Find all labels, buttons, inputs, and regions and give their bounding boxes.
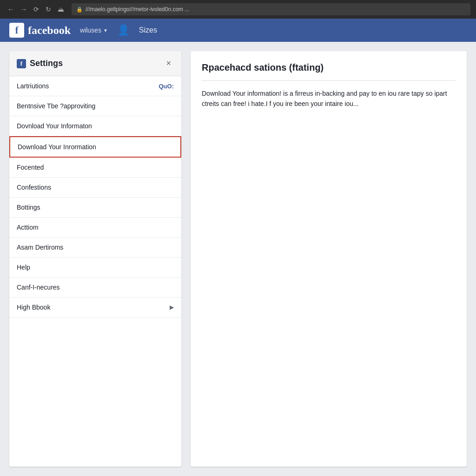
menu-item-acttiom[interactable]: Acttiom	[9, 218, 181, 238]
menu-item-arrow: ▶	[170, 304, 174, 311]
menu-item-help[interactable]: Help	[9, 258, 181, 278]
menu-item-label: Acttiom	[17, 224, 39, 231]
menu-item-high-bbook[interactable]: High Bbook ▶	[9, 298, 181, 317]
menu-item-label: Dovnload Your Informaton	[17, 122, 92, 130]
settings-title-area: f Settings	[17, 59, 63, 68]
fb-logo-icon: f	[9, 23, 24, 38]
menu-item-dovnload[interactable]: Dovnload Your Informaton	[9, 116, 181, 136]
menu-item-focented[interactable]: Focented	[9, 158, 181, 178]
menu-item-label: Download Your Inrormation	[18, 143, 96, 151]
address-text: ///maelo.geltpingo///metor-ivoled0n.com …	[86, 6, 189, 13]
settings-header: f Settings ×	[9, 51, 181, 76]
menu-item-label: High Bbook	[17, 304, 50, 311]
content-body: Download Your information! is a firreus …	[202, 88, 456, 109]
settings-fb-icon: f	[17, 59, 26, 68]
menu-item-badge: QuO:	[159, 83, 174, 90]
menu-item-label: Bentnsive Tbe ?approviting	[17, 102, 95, 110]
browser-nav-buttons: ← → ⟳ ↻ ⛰	[6, 5, 66, 14]
menu-item-label: Lartriutions	[17, 82, 49, 90]
main-content: f Settings × Lartriutions QuO: Bentnsive…	[0, 42, 476, 476]
menu-item-label: Bottings	[17, 204, 40, 211]
address-bar[interactable]: 🔒 ///maelo.geltpingo///metor-ivoled0n.co…	[72, 3, 470, 15]
content-panel: Rpacehacd sations (ftating) Download You…	[191, 51, 467, 467]
back-button[interactable]: ←	[6, 5, 16, 14]
menu-item-asam[interactable]: Asam Dertiroms	[9, 238, 181, 258]
fb-logo-area: f facebook	[9, 23, 71, 38]
refresh-button[interactable]: ↻	[44, 5, 53, 14]
settings-close-button[interactable]: ×	[163, 58, 174, 69]
home-button[interactable]: ⛰	[56, 5, 66, 14]
menu-item-download-active[interactable]: Download Your Inrormation	[9, 136, 181, 158]
wiluses-dropdown-arrow: ▼	[103, 28, 108, 33]
menu-item-bentnsive[interactable]: Bentnsive Tbe ?approviting	[9, 96, 181, 116]
browser-chrome: ← → ⟳ ↻ ⛰ 🔒 ///maelo.geltpingo///metor-i…	[0, 0, 476, 19]
lock-icon: 🔒	[76, 7, 83, 13]
menu-item-bottings[interactable]: Bottings	[9, 198, 181, 218]
forward-button[interactable]: →	[19, 5, 29, 14]
menu-item-lartriutions[interactable]: Lartriutions QuO:	[9, 76, 181, 96]
settings-panel: f Settings × Lartriutions QuO: Bentnsive…	[9, 51, 181, 467]
content-divider	[202, 80, 456, 81]
menu-item-canf[interactable]: Canf-I-necures	[9, 278, 181, 298]
nav-wiluses-link[interactable]: wiluses ▼	[80, 26, 108, 34]
settings-title: Settings	[30, 59, 63, 68]
menu-item-confestions[interactable]: Confestions	[9, 178, 181, 198]
nav-sizes-link[interactable]: Sizes	[139, 26, 157, 34]
user-icon[interactable]: 👤	[117, 24, 130, 36]
reload-button[interactable]: ⟳	[32, 5, 41, 14]
fb-logo-text[interactable]: facebook	[28, 24, 71, 37]
settings-menu: Lartriutions QuO: Bentnsive Tbe ?approvi…	[9, 76, 181, 317]
facebook-navbar: f facebook wiluses ▼ 👤 Sizes	[0, 19, 476, 42]
menu-item-label: Focented	[17, 164, 44, 171]
menu-item-label: Canf-I-necures	[17, 284, 60, 291]
menu-item-label: Asam Dertiroms	[17, 244, 63, 251]
menu-item-label: Confestions	[17, 184, 51, 191]
content-title: Rpacehacd sations (ftating)	[202, 62, 456, 73]
menu-item-label: Help	[17, 264, 30, 271]
